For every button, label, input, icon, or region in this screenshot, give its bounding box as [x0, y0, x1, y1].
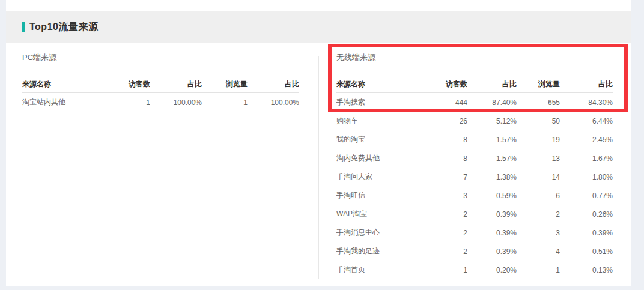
pc-sources-panel: PC端来源 来源名称访客数占比浏览量占比 淘宝站内其他 1 100.00% 1 … — [22, 52, 299, 112]
source-name: 淘内免费其他 — [336, 149, 427, 168]
visitors-value: 444 — [427, 93, 467, 112]
column-header: 来源名称 — [336, 76, 427, 93]
wireless-table-header-row: 来源名称访客数占比浏览量占比 — [336, 76, 613, 93]
visitor-ratio-value: 0.59% — [467, 186, 517, 205]
source-name: 手淘首页 — [336, 261, 427, 279]
pageview-ratio-value: 2.45% — [560, 130, 613, 149]
table-row: 手淘搜索 444 87.40% 655 84.30% — [336, 93, 613, 112]
visitor-ratio-value: 0.20% — [467, 261, 517, 279]
table-row: 淘内免费其他 8 1.57% 13 1.67% — [336, 149, 613, 168]
table-row: 手淘旺信 3 0.59% 6 0.77% — [336, 186, 613, 205]
table-row: 我的淘宝 8 1.57% 19 2.45% — [336, 130, 613, 149]
visitors-value: 2 — [427, 205, 467, 223]
pageviews-value: 13 — [517, 149, 560, 168]
visitors-value: 2 — [427, 223, 467, 242]
visitor-ratio-value: 5.12% — [467, 112, 517, 130]
column-header: 访客数 — [427, 76, 467, 93]
pageviews-value: 50 — [517, 112, 560, 130]
visitors-value: 3 — [427, 186, 467, 205]
visitor-ratio-value: 1.57% — [467, 130, 517, 149]
table-row: 手淘我的足迹 2 0.39% 4 0.51% — [336, 242, 613, 261]
source-name: 我的淘宝 — [336, 130, 427, 149]
source-name: 手淘旺信 — [336, 186, 427, 205]
source-name: 手淘问大家 — [336, 168, 427, 186]
pc-sources-table: 来源名称访客数占比浏览量占比 淘宝站内其他 1 100.00% 1 100.00… — [22, 76, 299, 112]
pageviews-value: 655 — [517, 93, 560, 112]
table-row: WAP淘宝 2 0.39% 2 0.26% — [336, 205, 613, 223]
source-name: 淘宝站内其他 — [22, 93, 106, 112]
page-title: Top10流量来源 — [29, 21, 98, 34]
pageview-ratio-value: 6.44% — [560, 112, 613, 130]
visitor-ratio-value: 0.39% — [467, 223, 517, 242]
column-header: 访客数 — [106, 76, 150, 93]
content-card: Top10流量来源 PC端来源 来源名称访客数占比浏览量占比 淘宝站内其他 1 … — [6, 0, 631, 286]
visitors-value: 8 — [427, 130, 467, 149]
visitors-value: 7 — [427, 168, 467, 186]
pageview-ratio-value: 1.80% — [560, 168, 613, 186]
visitor-ratio-value: 100.00% — [150, 93, 202, 112]
wireless-panel-title: 无线端来源 — [336, 52, 613, 64]
column-header: 占比 — [150, 76, 202, 93]
table-row: 淘宝站内其他 1 100.00% 1 100.00% — [22, 93, 299, 112]
visitor-ratio-value: 1.38% — [467, 168, 517, 186]
table-row: 手淘首页 1 0.20% 1 0.13% — [336, 261, 613, 279]
section-accent-bar — [22, 22, 25, 32]
pageview-ratio-value: 84.30% — [560, 93, 613, 112]
visitors-value: 8 — [427, 149, 467, 168]
pageviews-value: 6 — [517, 186, 560, 205]
column-header: 占比 — [248, 76, 299, 93]
column-header: 浏览量 — [202, 76, 248, 93]
section-header: Top10流量来源 — [6, 11, 631, 43]
pc-table-header-row: 来源名称访客数占比浏览量占比 — [22, 76, 299, 93]
panel-divider — [318, 56, 319, 279]
pageviews-value: 3 — [517, 223, 560, 242]
wireless-sources-panel: 无线端来源 来源名称访客数占比浏览量占比 手淘搜索 444 87.40% 655… — [336, 52, 613, 279]
pageviews-value: 19 — [517, 130, 560, 149]
pageviews-value: 1 — [202, 93, 248, 112]
pageviews-value: 2 — [517, 205, 560, 223]
pageview-ratio-value: 100.00% — [248, 93, 299, 112]
pageview-ratio-value: 0.39% — [560, 223, 613, 242]
pc-panel-title: PC端来源 — [22, 52, 299, 64]
pageviews-value: 4 — [517, 242, 560, 261]
source-name: 购物车 — [336, 112, 427, 130]
visitor-ratio-value: 0.39% — [467, 205, 517, 223]
visitors-value: 1 — [427, 261, 467, 279]
column-header: 占比 — [467, 76, 517, 93]
pageview-ratio-value: 0.13% — [560, 261, 613, 279]
table-row: 手淘消息中心 2 0.39% 3 0.39% — [336, 223, 613, 242]
visitor-ratio-value: 0.39% — [467, 242, 517, 261]
column-header: 占比 — [560, 76, 613, 93]
pageview-ratio-value: 0.51% — [560, 242, 613, 261]
table-row: 购物车 26 5.12% 50 6.44% — [336, 112, 613, 130]
wireless-sources-table: 来源名称访客数占比浏览量占比 手淘搜索 444 87.40% 655 84.30… — [336, 76, 613, 279]
pageview-ratio-value: 0.26% — [560, 205, 613, 223]
visitor-ratio-value: 1.57% — [467, 149, 517, 168]
visitors-value: 26 — [427, 112, 467, 130]
pageviews-value: 14 — [517, 168, 560, 186]
visitor-ratio-value: 87.40% — [467, 93, 517, 112]
table-row: 手淘问大家 7 1.38% 14 1.80% — [336, 168, 613, 186]
visitors-value: 2 — [427, 242, 467, 261]
column-header: 浏览量 — [517, 76, 560, 93]
source-name: WAP淘宝 — [336, 205, 427, 223]
column-header: 来源名称 — [22, 76, 106, 93]
source-name: 手淘消息中心 — [336, 223, 427, 242]
pageview-ratio-value: 1.67% — [560, 149, 613, 168]
pageviews-value: 1 — [517, 261, 560, 279]
pageview-ratio-value: 0.77% — [560, 186, 613, 205]
visitors-value: 1 — [106, 93, 150, 112]
source-name: 手淘搜索 — [336, 93, 427, 112]
source-name: 手淘我的足迹 — [336, 242, 427, 261]
